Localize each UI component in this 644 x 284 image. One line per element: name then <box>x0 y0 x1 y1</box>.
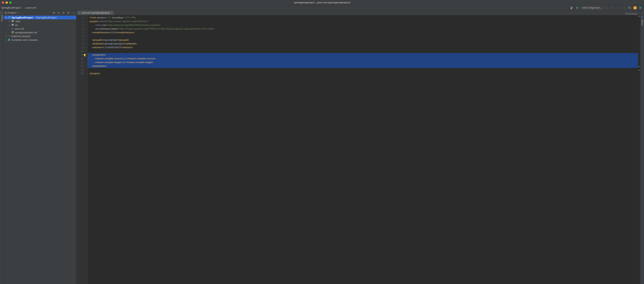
tree-item-external-libraries[interactable]: ▸⫴External Libraries <box>4 34 76 38</box>
code-line[interactable]: </project> <box>88 72 638 75</box>
svg-rect-10 <box>8 39 10 41</box>
inspection-marker <box>638 70 640 70</box>
window-title: springbootproject – pom.xml (springbootp… <box>294 1 350 4</box>
navigation-bar: SpringBootProject 〉 mpom.xml ▾ Add Confi… <box>0 5 644 10</box>
chevron-right-icon[interactable]: ▸ <box>8 20 10 22</box>
library-icon: ⫴ <box>8 35 11 37</box>
inspection-marker <box>638 66 640 67</box>
run-icon[interactable]: ▶ <box>605 5 609 10</box>
project-tool-window: Project ▼ ⚙ — ▾SpringBootProject~/Spring… <box>4 10 76 284</box>
code-line[interactable]: <artifactId>springbootproject</artifactI… <box>88 42 638 46</box>
maven-icon[interactable]: m <box>641 15 643 18</box>
breadcrumb-file[interactable]: mpom.xml <box>24 6 36 9</box>
left-tool-stripe: Project <box>0 10 4 284</box>
tree-item-src[interactable]: ▸src <box>4 23 76 27</box>
module-icon <box>8 16 11 19</box>
code-line[interactable] <box>88 34 638 38</box>
right-tool-stripe: ⋮ m Maven <box>640 10 644 284</box>
maven-icon: m <box>24 6 26 9</box>
code-content[interactable]: <?xml version="1.0" encoding="UTF-8"?><p… <box>88 15 638 284</box>
collapse-all-icon[interactable] <box>62 11 66 15</box>
error-stripe[interactable] <box>638 15 640 284</box>
project-tree[interactable]: ▾SpringBootProject~/SpringBootProject▸.i… <box>4 15 76 42</box>
tree-item-label: springbootproject.iml <box>15 31 37 34</box>
close-window-button[interactable] <box>2 1 4 4</box>
close-tab-icon[interactable]: × <box>111 11 112 14</box>
editor-status-text: Processing... <box>626 12 640 15</box>
maven-icon: m <box>79 11 80 14</box>
svg-text:▾: ▾ <box>572 6 573 8</box>
code-editor[interactable]: 12345678910111213141516 <?xml version="1… <box>76 15 640 284</box>
editor-tab-label: pom.xml (springbootproject) <box>82 11 110 14</box>
code-line[interactable]: <groupId>org.example</groupId> <box>88 38 638 42</box>
expand-all-icon[interactable] <box>57 11 60 15</box>
minimize-window-button[interactable] <box>6 1 8 4</box>
tree-item-scratches-and-consoles[interactable]: ▸Scratches and Consoles <box>4 38 76 42</box>
editor-tab-pom[interactable]: m pom.xml (springbootproject) × <box>77 10 114 15</box>
code-line[interactable]: <properties>💡 <box>88 53 638 57</box>
code-line[interactable]: <?xml version="1.0" encoding="UTF-8"?> <box>88 16 638 19</box>
code-line[interactable]: <maven.compiler.source>11</maven.compile… <box>88 57 638 60</box>
code-line[interactable]: <modelVersion>4.0.0</modelVersion> <box>88 31 638 34</box>
breadcrumb-separator-icon: 〉 <box>22 6 24 9</box>
debug-icon[interactable] <box>610 5 615 10</box>
tree-item-label: SpringBootProject <box>12 16 33 19</box>
code-line[interactable]: </properties> <box>88 64 638 68</box>
code-line[interactable]: <maven.compiler.target>11</maven.compile… <box>88 60 638 64</box>
tree-item-label: pom.xml <box>15 27 24 30</box>
search-icon[interactable] <box>627 5 632 10</box>
code-line[interactable]: <version>1.0-SNAPSHOT</version> <box>88 46 638 49</box>
tree-item-label: src <box>15 24 18 26</box>
stop-icon[interactable]: ■ <box>622 5 626 10</box>
tool-settings-icon[interactable]: ⚙ <box>66 11 70 15</box>
code-line[interactable]: xmlns:xsi="http://www.w3.org/2001/XMLSch… <box>88 23 638 27</box>
svg-point-0 <box>571 7 572 8</box>
breadcrumb-project[interactable]: SpringBootProject <box>1 6 21 9</box>
tree-item-label: .idea <box>15 20 20 23</box>
editor-area: m pom.xml (springbootproject) × Processi… <box>76 10 640 284</box>
svg-line-5 <box>630 8 631 9</box>
code-line[interactable] <box>88 68 638 72</box>
chevron-right-icon[interactable]: ▸ <box>5 39 7 41</box>
code-line[interactable]: xsi:schemaLocation="http://maven.apache.… <box>88 27 638 31</box>
tree-item-springbootproject[interactable]: ▾SpringBootProject~/SpringBootProject <box>4 16 76 19</box>
build-icon[interactable] <box>575 5 580 10</box>
hide-tool-icon[interactable]: — <box>71 11 75 15</box>
run-configurations-button[interactable]: Add Configuration... <box>581 6 604 10</box>
iml-file-icon <box>11 31 14 34</box>
maven-icon: m <box>11 27 14 30</box>
tree-item--idea[interactable]: ▸.idea <box>4 19 76 23</box>
breadcrumb[interactable]: SpringBootProject 〉 mpom.xml <box>1 6 36 9</box>
chevron-right-icon[interactable]: ▸ <box>5 35 7 37</box>
project-view-selector[interactable]: Project ▼ <box>5 11 18 14</box>
tree-item-pom-xml[interactable]: mpom.xml <box>4 27 76 30</box>
breadcrumb-file-label: pom.xml <box>27 6 36 9</box>
select-opened-file-icon[interactable] <box>52 11 56 15</box>
svg-rect-7 <box>5 12 6 14</box>
chevron-down-icon[interactable]: ▾ <box>5 16 7 19</box>
user-icon[interactable]: ▾ <box>570 5 574 10</box>
zoom-window-button[interactable] <box>9 1 12 4</box>
code-line[interactable]: <project xmlns="http://maven.apache.org/… <box>88 19 638 23</box>
maven-tool-label[interactable]: Maven <box>641 19 644 26</box>
chevron-right-icon[interactable]: ▸ <box>8 24 10 26</box>
scratch-icon <box>8 38 11 41</box>
run-with-coverage-icon[interactable] <box>616 5 620 10</box>
project-tool-icon[interactable] <box>0 11 3 14</box>
tree-item-springbootproject-iml[interactable]: springbootproject.iml <box>4 30 76 34</box>
tree-item-label: External Libraries <box>12 35 30 38</box>
chevron-down-icon: ▼ <box>16 12 18 14</box>
intention-bulb-icon[interactable]: 💡 <box>83 53 86 57</box>
titlebar: springbootproject – pom.xml (springbootp… <box>0 0 644 5</box>
project-tool-label[interactable]: Project <box>1 15 3 21</box>
tree-item-label: Scratches and Consoles <box>12 38 38 41</box>
code-with-me-icon[interactable] <box>638 5 643 10</box>
project-tool-header: Project ▼ ⚙ — <box>4 10 76 15</box>
code-line[interactable] <box>88 49 638 53</box>
tab-options-icon[interactable]: ⋮ <box>641 11 644 14</box>
tree-item-path-hint: ~/SpringBootProject <box>35 16 56 19</box>
project-icon <box>5 11 8 14</box>
svg-point-4 <box>628 7 630 8</box>
ide-update-icon[interactable]: ↑ <box>633 5 637 10</box>
folder-icon <box>11 20 14 22</box>
